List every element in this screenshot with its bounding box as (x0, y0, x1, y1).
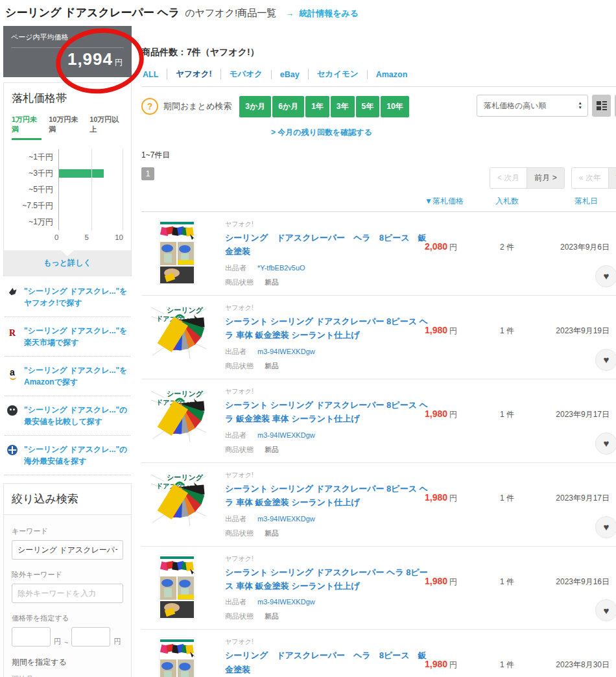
exclude-keyword-input[interactable] (12, 584, 123, 603)
start-month-label: 開始月 (12, 674, 123, 677)
price-max-input[interactable] (71, 627, 110, 647)
search-yahoo-auction-link[interactable]: "シーリング ドアスクレ..."をヤフオク!で探す (5, 278, 130, 317)
listing-title-link[interactable]: シーリング ドアスクレーパー ヘラ 8ピース 鈑金塗装 (225, 231, 432, 259)
listing-price: 1,980円 (425, 324, 457, 337)
listing-bids: 1 件 (488, 326, 527, 337)
product-thumbnail[interactable]: シーリング ドアスクレー.. (159, 637, 195, 677)
period-button-5years[interactable]: 5年 (356, 96, 380, 117)
chart-ylabel: ~3千円 (12, 165, 58, 182)
listing-date: 2023年9月16日 (556, 576, 610, 588)
view-list-button[interactable] (592, 95, 611, 117)
more-detail-link[interactable]: もっと詳しく (4, 250, 131, 276)
chart-xaxis: 0 5 10 (12, 233, 123, 241)
listing-bids: 2 件 (488, 242, 527, 253)
product-thumbnail[interactable]: シーリング ドアスクレー.. (151, 303, 206, 361)
price-min-input[interactable] (12, 627, 51, 647)
favorite-button[interactable]: ♥ (595, 433, 616, 455)
tab-all[interactable]: ALL (141, 70, 167, 79)
tab-mobaoku[interactable]: モバオク (220, 69, 271, 80)
seller-link[interactable]: *Y-tfbEB2v5uO (257, 264, 305, 272)
stats-link[interactable]: 統計情報をみる (299, 8, 359, 19)
listing-title-link[interactable]: シーラント シーリング ドアスクレーパー 8ピース ヘラ 車体 鈑金塗装 シーラ… (225, 482, 432, 510)
seller-label: 出品者 (225, 515, 246, 523)
help-icon[interactable]: ? (141, 98, 158, 115)
condition-value: 新品 (265, 612, 279, 620)
listing-title-link[interactable]: シーラント シーリング ドアスクレーパー 8ピース ヘラ 車体 鈑金塗装 シーラ… (225, 315, 432, 342)
page-title: シーリング ドアスクレーパー ヘラ のヤフオク!商品一覧 → 統計情報をみる (5, 5, 359, 20)
product-thumbnail[interactable]: シーリング ドアスクレー.. (159, 554, 195, 622)
heart-icon: ♥ (604, 270, 610, 281)
search-overseas-link[interactable]: "シーリング ドアスクレ..."の海外最安値を探す (5, 436, 130, 475)
page-number-button[interactable]: 1 (141, 167, 154, 180)
seller-label: 出品者 (225, 598, 246, 606)
next-year-button[interactable]: « 次年 (572, 168, 608, 188)
prev-month-button[interactable]: 前月 > (527, 168, 563, 188)
next-month-button[interactable]: < 次月 (490, 168, 527, 188)
favorite-button[interactable]: ♥ (595, 265, 616, 287)
external-search-links: "シーリング ドアスクレ..."をヤフオク!で探す R "シーリング ドアスクレ… (3, 276, 132, 475)
listing-row: シーリング ドアスクレー.. (141, 547, 616, 630)
chevron-updown-icon: ▲▼ (578, 101, 582, 110)
table-header: ▼落札価格 入札数 落札日 (141, 196, 616, 212)
yahoo-auction-icon (6, 285, 19, 309)
keyword-input[interactable] (12, 540, 123, 560)
product-thumbnail[interactable]: シーリング ドアスクレー.. (151, 387, 206, 445)
search-rakuten-link[interactable]: R "シーリング ドアスクレ..."を楽天市場で探す (5, 317, 130, 357)
listing-title-link[interactable]: シーリング ドアスクレーパー ヘラ 8ピース 鈑金塗装 (225, 648, 432, 676)
search-lowest-price-link[interactable]: "シーリング ドアスクレ..."の最安値を比較して探す (5, 396, 130, 436)
svg-text:シーリング: シーリング (167, 306, 204, 314)
list-view-icon (597, 101, 607, 110)
heart-icon: ♥ (604, 605, 610, 616)
chart-ylabel: ~7.5千円 (12, 198, 58, 214)
tab-amazon[interactable]: Amazon (367, 70, 416, 79)
prev-year-button[interactable]: 前年 » (608, 168, 616, 188)
sort-select[interactable]: 落札価格の高い順 ▲▼ (477, 95, 588, 117)
listing-bids: 1 件 (488, 409, 527, 420)
favorite-button[interactable]: ♥ (595, 349, 616, 371)
heart-icon: ♥ (604, 438, 610, 449)
listing-date: 2023年8月30日 (556, 659, 610, 671)
listing-bids: 1 件 (488, 493, 527, 504)
period-button-6months[interactable]: 6か月 (272, 96, 304, 117)
listing-date: 2023年9月6日 (560, 242, 610, 253)
listing-title-link[interactable]: シーラント シーリング ドアスクレーパー ヘラ 8ピース 車体 鈑金塗装 シーラ… (225, 565, 432, 593)
seller-link[interactable]: m3-94IWEXKDgw (257, 598, 315, 606)
period-button-1year[interactable]: 1年 (305, 96, 329, 117)
result-range: 1~7件目 (141, 150, 616, 161)
chart-ylabel: ~5千円 (12, 182, 58, 198)
column-price[interactable]: ▼落札価格 (425, 196, 464, 207)
product-thumbnail[interactable]: シーリング ドアスクレー.. (151, 471, 206, 529)
period-button-10years[interactable]: 10年 (381, 96, 409, 117)
main-content: 商品件数：7件（ヤフオク!） ALL ヤフオク! モバオク eBay セカイモン… (141, 39, 616, 677)
condition-label: 商品状態 (225, 278, 254, 286)
tab-sekaimon[interactable]: セカイモン (308, 69, 367, 80)
price-band-tab-under10k[interactable]: 1万円未満 (12, 115, 41, 140)
condition-value: 新品 (265, 445, 279, 453)
listing-title-link[interactable]: シーラント シーリング ドアスクレーパー 8ピース ヘラ 鈑金塗装 車体 シーラ… (225, 398, 432, 426)
price-band-chart: ~1千円 ~3千円 ~5千円 ~7.5千円 ~1万円 (12, 149, 123, 230)
seller-link[interactable]: m3-94IWEXKDgw (257, 348, 315, 355)
favorite-button[interactable]: ♥ (595, 516, 616, 538)
tab-yahoo-auction[interactable]: ヤフオク! (167, 69, 220, 80)
period-button-3months[interactable]: 3か月 (239, 96, 271, 117)
price-band-tab-over100k[interactable]: 10万円以上 (89, 115, 123, 140)
filter-panel: 絞り込み検索 キーワード 除外キーワード 価格帯を指定する 円 ~ 円 期間を指… (3, 483, 132, 677)
keyword-label: キーワード (12, 527, 123, 536)
product-thumbnail[interactable]: シーリング ドアスクレー.. (159, 220, 195, 287)
tab-ebay[interactable]: eBay (271, 70, 308, 79)
column-bids: 入札数 (488, 196, 527, 207)
listing-date: 2023年9月19日 (556, 326, 610, 337)
heart-icon: ♥ (604, 354, 610, 365)
remaining-count-link[interactable]: > 今月の残り回数を確認する (271, 127, 616, 138)
period-button-3years[interactable]: 3年 (331, 96, 355, 117)
seller-link[interactable]: m3-94IWEXKDgw (257, 515, 315, 523)
seller-link[interactable]: m3-94IWEXKDgw (257, 431, 315, 439)
column-date: 落札日 (575, 196, 598, 207)
search-amazon-link[interactable]: a "シーリング ドアスクレ..."をAmazonで探す (5, 357, 130, 396)
listing-price: 1,980円 (425, 492, 457, 504)
listing-price: 2,080円 (425, 241, 457, 253)
price-range-label: 価格帯を指定する (12, 613, 123, 623)
price-band-tab-under100k[interactable]: 10万円未満 (49, 115, 82, 140)
favorite-button[interactable]: ♥ (595, 599, 616, 621)
chart-bar (59, 169, 104, 178)
